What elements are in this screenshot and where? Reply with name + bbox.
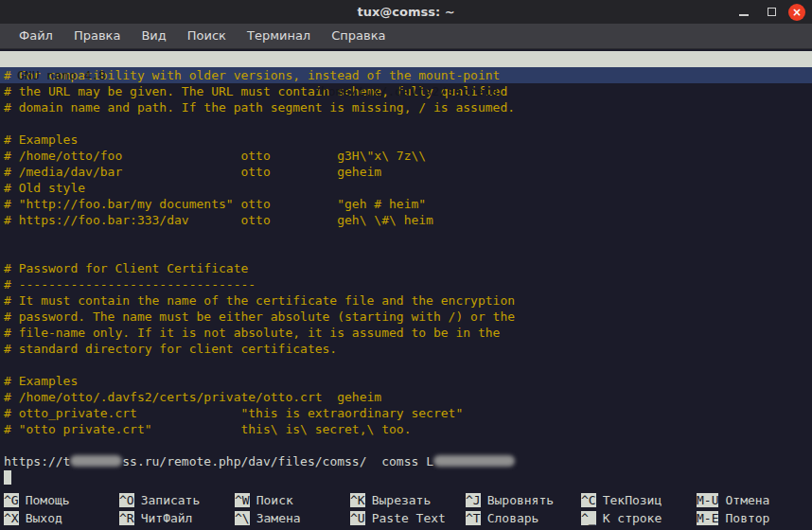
shortcut-label: Paste Text	[372, 511, 446, 525]
text-cursor	[4, 470, 11, 485]
shortcut-key: ^\	[235, 511, 250, 525]
window-controls: ×	[733, 2, 812, 23]
shortcut-bar: ^GПомощь^XВыход^OЗаписать^RЧитФайл^WПоис…	[0, 492, 812, 530]
shortcut-item: ^GПомощь	[4, 492, 119, 510]
shortcut-key: ^C	[581, 493, 596, 507]
editor-line: # --------------------------------	[4, 276, 812, 292]
shortcut-key: ^U	[350, 511, 365, 525]
editor-active-line: https://tss.ru/remote.php/dav/files/coms…	[4, 453, 812, 469]
shortcut-key: ^O	[119, 493, 134, 507]
shortcut-item: ^CТекПозиц	[581, 492, 697, 510]
editor-line	[4, 357, 812, 373]
shortcut-label: Отмена	[725, 493, 769, 507]
editor-line: # https://foo.bar:333/dav otto geh\ \#\ …	[4, 212, 812, 228]
editor-line: # It must contain the name of the certif…	[4, 292, 812, 309]
shortcut-key: ^T	[466, 511, 481, 525]
nano-file-path: /home/tux/.davfs2/secrets	[0, 83, 812, 99]
editor-line: # "otto private.crt" this\ is\ secret,\ …	[4, 421, 812, 437]
menu-item[interactable]: Терминал	[237, 24, 321, 48]
close-icon: ×	[792, 6, 802, 19]
editor-line: # Examples	[4, 132, 812, 148]
shortcut-item: ^OЗаписать	[119, 492, 235, 510]
shortcut-label: Поиск	[256, 493, 293, 507]
maximize-button[interactable]	[761, 2, 782, 23]
editor-line: # password. The name must be either abso…	[4, 309, 812, 325]
maximize-icon	[768, 8, 776, 16]
editor-line: # Examples	[4, 373, 812, 389]
url-text: ss.ru/remote.php/dav/files/comss/ comss …	[122, 454, 433, 468]
shortcut-key: ^J	[466, 493, 481, 507]
shortcut-item: ^\Замена	[235, 510, 350, 528]
editor-line	[4, 115, 812, 132]
shortcut-label: ТекПозиц	[603, 493, 662, 507]
shortcut-label: Словарь	[487, 511, 539, 525]
shortcut-item: M-UОтмена	[697, 492, 812, 510]
editor-line: # /media/dav/bar otto geheim	[4, 164, 812, 180]
editor-line: # /home/otto/.davfs2/certs/private/otto.…	[4, 389, 812, 405]
editor-line: # "http://foo.bar/my documents" otto "ge…	[4, 196, 812, 212]
shortcut-label: Вырезать	[372, 493, 432, 507]
editor-line: # file-name only. If it is not absolute,…	[4, 325, 812, 341]
editor-line: # domain name and path. If the path segm…	[4, 99, 812, 115]
menubar: ФайлПравкаВидПоискТерминалСправка	[0, 24, 812, 49]
shortcut-key: ^R	[119, 511, 134, 525]
menu-item[interactable]: Правка	[63, 24, 131, 48]
shortcut-key: M-U	[697, 493, 718, 507]
shortcut-key: ^_	[581, 511, 596, 525]
shortcut-item: ^JВыровнять	[466, 492, 581, 510]
shortcut-item: ^WПоиск	[235, 492, 350, 510]
shortcut-item: ^KВырезать	[350, 492, 466, 510]
menu-item[interactable]: Файл	[9, 24, 63, 48]
minimize-icon	[739, 14, 749, 16]
editor-line: # Password for Client Certificate	[4, 260, 812, 276]
editor-line	[4, 437, 812, 453]
titlebar: tux@comss: ~ ×	[0, 0, 812, 24]
shortcut-key: ^G	[4, 493, 19, 507]
editor-line: # otto_private.crt "this is extraordinar…	[4, 405, 812, 421]
shortcut-label: Помощь	[26, 493, 70, 507]
minimize-button[interactable]	[733, 2, 754, 23]
shortcut-item: M-EПовтор	[697, 510, 812, 528]
nano-titlebar: GNU nano 4.8 /home/tux/.davfs2/secrets	[0, 51, 812, 67]
shortcut-item: ^TСловарь	[466, 510, 581, 528]
shortcut-key: ^X	[4, 511, 19, 525]
editor-line: # standard directory for client certific…	[4, 341, 812, 357]
shortcut-item: ^UPaste Text	[350, 510, 466, 528]
editor-line	[4, 244, 812, 260]
shortcut-label: Повтор	[725, 511, 769, 525]
url-text: https://t	[4, 454, 70, 468]
redacted-blur	[70, 455, 122, 467]
menu-item[interactable]: Поиск	[177, 24, 237, 48]
redacted-blur	[433, 455, 515, 467]
editor-line: # For compatibility with older versions,…	[0, 67, 812, 83]
shortcut-label: Выровнять	[487, 493, 554, 507]
shortcut-label: ЧитФайл	[141, 511, 193, 525]
terminal-window: tux@comss: ~ × ФайлПравкаВидПоискТермина…	[0, 0, 812, 530]
close-button[interactable]: ×	[788, 4, 805, 21]
editor-cursor-line	[4, 469, 812, 486]
editor-area[interactable]: # For compatibility with older versions,…	[0, 67, 812, 486]
nano-version: GNU nano 4.8	[17, 67, 106, 83]
shortcut-item: ^XВыход	[4, 510, 119, 528]
shortcut-label: Записать	[141, 493, 201, 507]
menu-item[interactable]: Справка	[321, 24, 396, 48]
editor-line	[4, 228, 812, 244]
shortcut-key: M-E	[697, 511, 718, 525]
terminal-content[interactable]: GNU nano 4.8 /home/tux/.davfs2/secrets #…	[0, 49, 812, 530]
shortcut-item: ^RЧитФайл	[119, 510, 235, 528]
shortcut-label: Замена	[256, 511, 301, 525]
shortcut-item: ^_К строке	[581, 510, 697, 528]
editor-line: # /home/otto/foo otto g3H\"x\ 7z\\	[4, 148, 812, 164]
menu-item[interactable]: Вид	[131, 24, 176, 48]
shortcut-key: ^K	[350, 493, 365, 507]
window-title: tux@comss: ~	[0, 5, 812, 19]
shortcut-label: Выход	[26, 511, 62, 525]
shortcut-label: К строке	[603, 511, 662, 525]
shortcut-key: ^W	[235, 493, 250, 507]
editor-line: # Old style	[4, 180, 812, 196]
